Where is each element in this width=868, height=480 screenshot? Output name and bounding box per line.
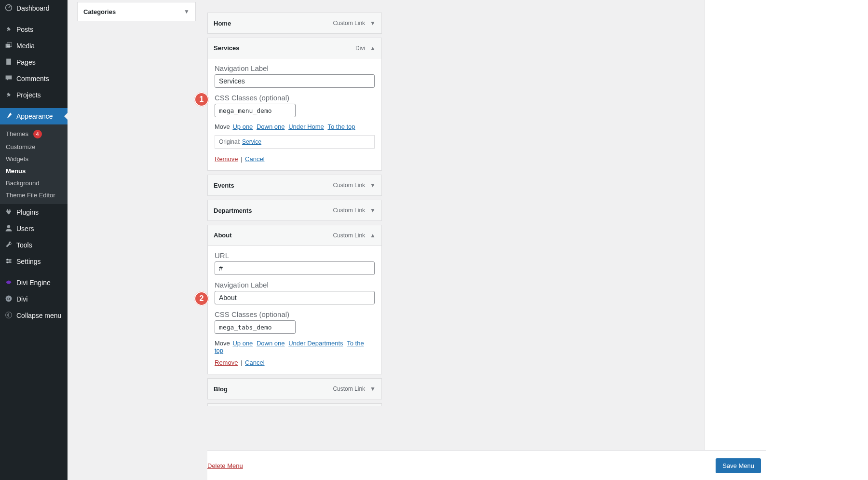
menu-item-bar[interactable]: About Custom Link ▲	[208, 225, 381, 246]
sidebar-item-label: Appearance	[16, 112, 53, 120]
sidebar-item-media[interactable]: Media	[0, 38, 68, 54]
menu-item-bar[interactable]: Services Divi ▲	[208, 38, 381, 58]
remove-link[interactable]: Remove	[215, 155, 238, 163]
menu-item-title: Blog	[214, 385, 228, 393]
separator: |	[241, 155, 242, 163]
url-input[interactable]	[215, 261, 375, 275]
appearance-submenu: Themes 4 Customize Widgets Menus Backgro…	[0, 124, 68, 204]
sidebar-item-label: Plugins	[16, 208, 39, 216]
menu-item-departments[interactable]: Departments Custom Link ▼	[207, 200, 382, 221]
sidebar-item-users[interactable]: Users	[0, 220, 68, 237]
sidebar-item-label: Dashboard	[16, 4, 50, 12]
sidebar-item-settings[interactable]: Settings	[0, 253, 68, 270]
menu-item-type: Custom Link	[333, 207, 365, 214]
sidebar-item-label: Pages	[16, 58, 36, 66]
menu-item-events[interactable]: Events Custom Link ▼	[207, 175, 382, 196]
chevron-down-icon[interactable]: ▼	[370, 20, 376, 27]
sidebar-item-divi[interactable]: D Divi	[0, 291, 68, 307]
move-up-link[interactable]: Up one	[232, 123, 253, 130]
css-classes-input[interactable]	[215, 320, 296, 334]
remove-row: Remove | Cancel	[215, 155, 375, 163]
sidebar-item-tools[interactable]: Tools	[0, 237, 68, 253]
menu-item-type: Custom Link	[333, 232, 365, 239]
categories-section-header[interactable]: Categories ▼	[78, 2, 195, 21]
sidebar-item-pages[interactable]: Pages	[0, 54, 68, 70]
sidebar-item-posts[interactable]: Posts	[0, 21, 68, 38]
sidebar-item-appearance[interactable]: Appearance	[0, 108, 68, 124]
chevron-up-icon[interactable]: ▲	[370, 232, 376, 239]
nav-label-input[interactable]	[215, 74, 375, 88]
original-label: Original:	[219, 138, 241, 145]
pin-icon	[4, 91, 14, 100]
menu-item-settings: URL Navigation Label CSS Classes (option…	[208, 246, 381, 374]
menu-item-settings: Navigation Label CSS Classes (optional) …	[208, 58, 381, 170]
url-label: URL	[215, 251, 375, 260]
nav-label-label: Navigation Label	[215, 64, 375, 72]
menu-item-bar[interactable]: Departments Custom Link ▼	[208, 200, 381, 220]
submenu-item-label: Widgets	[6, 155, 28, 163]
sidebar-item-divi-engine[interactable]: Divi Engine	[0, 274, 68, 291]
submenu-item-widgets[interactable]: Widgets	[0, 153, 68, 165]
svg-point-10	[7, 261, 8, 263]
move-label: Move	[215, 123, 230, 130]
chevron-down-icon[interactable]: ▼	[370, 385, 376, 392]
brush-icon	[4, 112, 14, 121]
submenu-item-theme-file-editor[interactable]: Theme File Editor	[0, 189, 68, 201]
css-classes-input[interactable]	[215, 104, 296, 117]
categories-title: Categories	[83, 8, 116, 15]
sidebar-item-collapse[interactable]: Collapse menu	[0, 307, 68, 324]
menu-item-title: About	[214, 232, 232, 239]
chevron-down-icon[interactable]: ▼	[370, 207, 376, 214]
svg-text:D: D	[7, 297, 10, 301]
sidebar-item-label: Projects	[16, 91, 41, 99]
annotation-1: 1	[194, 92, 209, 107]
menu-item-blog[interactable]: Blog Custom Link ▼	[207, 378, 382, 399]
menu-item-about[interactable]: About Custom Link ▲ URL Navigation Label…	[207, 225, 382, 374]
move-under-link[interactable]: Under Departments	[288, 340, 343, 347]
menu-structure: Home Custom Link ▼ Services Divi ▲ Navig…	[207, 0, 764, 445]
menu-item-title: Services	[214, 44, 240, 52]
sidebar-item-dashboard[interactable]: Dashboard	[0, 0, 68, 16]
submenu-item-background[interactable]: Background	[0, 177, 68, 189]
menu-item-bar[interactable]: Events Custom Link ▼	[208, 175, 381, 195]
plugin-icon	[4, 208, 14, 217]
save-menu-button[interactable]: Save Menu	[716, 458, 761, 473]
move-under-link[interactable]: Under Home	[288, 123, 324, 130]
move-row: Move Up one Down one Under Departments T…	[215, 340, 375, 354]
dashboard-icon	[4, 4, 14, 13]
sidebar-item-label: Posts	[16, 26, 33, 33]
submenu-item-label: Themes	[6, 130, 28, 137]
menu-item-title: Home	[214, 20, 231, 27]
cancel-link[interactable]: Cancel	[245, 359, 264, 366]
collapse-icon	[4, 311, 14, 320]
sidebar-item-plugins[interactable]: Plugins	[0, 204, 68, 220]
chevron-down-icon[interactable]: ▼	[370, 182, 376, 189]
move-down-link[interactable]: Down one	[257, 340, 285, 347]
menu-item-type: Custom Link	[333, 20, 365, 27]
menu-item-bar[interactable]: Home Custom Link ▼	[208, 13, 381, 33]
submenu-item-customize[interactable]: Customize	[0, 141, 68, 153]
delete-menu-link[interactable]: Delete Menu	[207, 462, 243, 469]
submenu-item-themes[interactable]: Themes 4	[0, 127, 68, 141]
sidebar-item-comments[interactable]: Comments	[0, 70, 68, 87]
move-row: Move Up one Down one Under Home To the t…	[215, 123, 375, 130]
submenu-item-menus[interactable]: Menus	[0, 165, 68, 177]
original-link[interactable]: Service	[242, 138, 261, 145]
move-label: Move	[215, 340, 230, 347]
chevron-down-icon: ▼	[184, 8, 190, 15]
sidebar-item-projects[interactable]: Projects	[0, 87, 68, 103]
menu-item-partial	[207, 403, 382, 406]
submenu-item-label: Background	[6, 179, 39, 187]
menu-item-bar[interactable]: Blog Custom Link ▼	[208, 379, 381, 399]
remove-link[interactable]: Remove	[215, 359, 238, 366]
nav-label-input[interactable]	[215, 291, 375, 304]
move-up-link[interactable]: Up one	[232, 340, 253, 347]
menu-item-home[interactable]: Home Custom Link ▼	[207, 13, 382, 34]
move-top-link[interactable]: To the top	[327, 123, 355, 130]
separator: |	[241, 359, 242, 366]
cancel-link[interactable]: Cancel	[245, 155, 264, 163]
menu-item-services[interactable]: Services Divi ▲ Navigation Label CSS Cla…	[207, 38, 382, 171]
move-down-link[interactable]: Down one	[257, 123, 285, 130]
divi-icon: D	[4, 295, 14, 304]
chevron-up-icon[interactable]: ▲	[370, 45, 376, 52]
